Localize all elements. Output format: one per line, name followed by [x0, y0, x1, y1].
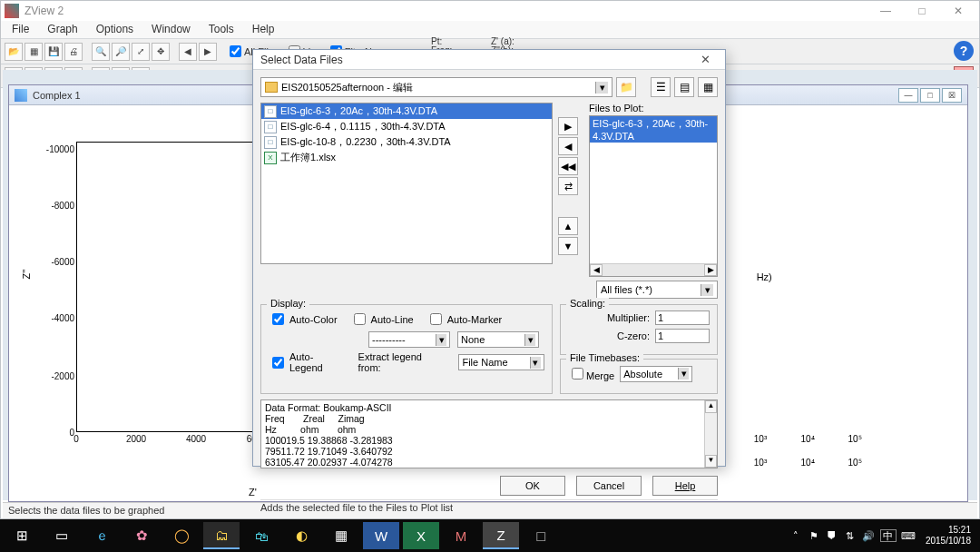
list-item[interactable]: X工作簿1.xlsx: [261, 150, 552, 165]
zoom-out-icon[interactable]: 🔎: [112, 43, 130, 61]
folder-icon: [265, 82, 278, 93]
view-detail-button[interactable]: ▤: [674, 77, 694, 97]
excel-icon[interactable]: X: [403, 522, 439, 549]
extract-legend-combo[interactable]: File Name▾: [458, 354, 544, 370]
tray-shield-icon[interactable]: ⛊: [826, 529, 838, 542]
explorer-icon[interactable]: 🗂: [203, 522, 240, 549]
view-grid-button[interactable]: ▦: [698, 77, 718, 97]
remove-all-button[interactable]: ◀◀: [558, 157, 578, 175]
ytick: -4000: [51, 313, 74, 323]
ytick: -2000: [51, 371, 74, 381]
zoom-fit-icon[interactable]: ⤢: [132, 43, 150, 61]
path-combo[interactable]: EIS20150525afternoon - 编辑 ▾: [260, 77, 612, 97]
extract-legend-label: Extract legend from:: [358, 351, 446, 373]
zview-task-icon[interactable]: Z: [483, 522, 519, 549]
tray-up-icon[interactable]: ˄: [789, 529, 802, 542]
swap-button[interactable]: ⇄: [558, 177, 578, 195]
h-scrollbar[interactable]: ◀▶: [590, 263, 717, 276]
menubar: File Graph Options Window Tools Help: [1, 21, 979, 39]
display-group: Display: Auto-Color Auto-Line Auto-Marke…: [260, 304, 553, 394]
print-icon[interactable]: 🖨: [64, 43, 83, 61]
dialog-status: Adds the selected file to the Files to P…: [260, 499, 718, 513]
menu-file[interactable]: File: [3, 21, 38, 38]
dialog-close-button[interactable]: ✕: [692, 53, 718, 66]
hz-label: Hz): [757, 271, 772, 282]
file-filter-combo[interactable]: All files (*.*) ▾: [596, 281, 718, 299]
arrow-right-icon[interactable]: ▶: [199, 43, 217, 61]
help-button[interactable]: Help: [652, 476, 718, 496]
open-icon[interactable]: 📂: [5, 43, 23, 61]
chevron-down-icon[interactable]: ▾: [595, 82, 608, 94]
close-button[interactable]: ✕: [941, 2, 975, 20]
maximize-button[interactable]: □: [905, 2, 939, 20]
grid-icon[interactable]: ▦: [24, 43, 43, 61]
tray-flag-icon[interactable]: ⚑: [808, 529, 820, 542]
app-title: ZView 2: [24, 5, 64, 17]
app-icon-2[interactable]: ◯: [163, 522, 200, 549]
xtick2b: 10⁴: [800, 458, 814, 468]
files-to-plot-list[interactable]: EIS-glc-6-3，20Ac，30th-4.3V.DTA ◀▶: [589, 115, 718, 277]
cursor-icon[interactable]: ✥: [152, 43, 170, 61]
save-icon[interactable]: 💾: [44, 43, 63, 61]
tray-clock[interactable]: 15:21 2015/10/18: [920, 525, 976, 547]
ie-icon[interactable]: ｅ: [83, 522, 120, 549]
up-folder-button[interactable]: 📁: [616, 77, 636, 97]
source-file-list[interactable]: □EIS-glc-6-3，20Ac，30th-4.3V.DTA□EIS-glc-…: [260, 103, 553, 264]
auto-line-checkbox[interactable]: Auto-Line: [350, 310, 414, 328]
menu-window[interactable]: Window: [142, 21, 200, 38]
menu-help[interactable]: Help: [243, 21, 284, 38]
store-icon[interactable]: 🛍: [243, 522, 279, 549]
multiplier-input[interactable]: [655, 310, 710, 325]
taskview-icon[interactable]: ▭: [44, 522, 80, 549]
marker-style-combo[interactable]: None▾: [457, 331, 539, 348]
ok-button[interactable]: OK: [500, 476, 565, 496]
tray-lang-icon[interactable]: 中: [880, 529, 897, 542]
tray-network-icon[interactable]: ⇅: [844, 529, 857, 542]
add-file-button[interactable]: ▶: [558, 117, 578, 135]
move-down-button[interactable]: ▼: [558, 237, 578, 255]
xtick2b: 10³: [754, 458, 767, 468]
v-scrollbar[interactable]: ▲▼: [704, 400, 717, 468]
menu-options[interactable]: Options: [87, 21, 142, 38]
timebase-combo[interactable]: Absolute▾: [620, 366, 692, 382]
auto-legend-checkbox[interactable]: Auto-Legend: [269, 351, 346, 373]
list-item[interactable]: EIS-glc-6-3，20Ac，30th-4.3V.DTA: [590, 116, 717, 143]
ytick: -6000: [51, 257, 74, 267]
menu-graph[interactable]: Graph: [38, 21, 86, 38]
child-max-button[interactable]: □: [920, 88, 940, 103]
tray-sound-icon[interactable]: 🔊: [862, 529, 875, 542]
menu-tools[interactable]: Tools: [200, 21, 243, 38]
app-icon-1[interactable]: ✿: [123, 522, 160, 549]
app-icon-5[interactable]: ◻: [523, 522, 559, 549]
remove-file-button[interactable]: ◀: [558, 137, 578, 155]
help-icon[interactable]: ?: [954, 41, 974, 61]
app-icon: [5, 4, 19, 18]
app-icon-3[interactable]: ◐: [283, 522, 319, 549]
start-button[interactable]: ⊞: [4, 522, 40, 549]
calc-icon[interactable]: ▦: [323, 522, 359, 549]
view-list-button[interactable]: ☰: [651, 77, 671, 97]
zoom-in-icon[interactable]: 🔍: [92, 43, 110, 61]
cancel-button[interactable]: Cancel: [576, 476, 642, 496]
czero-input[interactable]: [655, 329, 710, 343]
child-close-button[interactable]: ☒: [942, 88, 962, 103]
merge-checkbox[interactable]: Merge: [568, 365, 614, 382]
move-up-button[interactable]: ▲: [558, 217, 578, 235]
list-item[interactable]: □EIS-glc-10-8，0.2230，30th-4.3V.DTA: [261, 134, 552, 150]
scaling-group: Scaling: Multiplier: C-zero:: [560, 304, 718, 355]
list-item[interactable]: □EIS-glc-6-4，0.1115，30th-4.3V.DTA: [261, 119, 552, 134]
list-item[interactable]: □EIS-glc-6-3，20Ac，30th-4.3V.DTA: [261, 104, 552, 119]
line-style-combo[interactable]: ----------▾: [368, 331, 450, 348]
taskbar: ⊞ ▭ ｅ ✿ ◯ 🗂 🛍 ◐ ▦ W X M Z ◻ ˄ ⚑ ⛊ ⇅ 🔊 中 …: [0, 519, 980, 552]
xtick: 2000: [126, 434, 146, 444]
auto-marker-checkbox[interactable]: Auto-Marker: [426, 310, 503, 328]
minimize-button[interactable]: —: [868, 2, 903, 20]
word-icon[interactable]: W: [363, 522, 399, 549]
auto-color-checkbox[interactable]: Auto-Color: [269, 310, 338, 328]
tray-keyboard-icon[interactable]: ⌨: [902, 529, 915, 542]
arrow-left-icon[interactable]: ◀: [179, 43, 197, 61]
app-icon-4[interactable]: M: [443, 522, 479, 549]
child-min-button[interactable]: —: [898, 88, 918, 103]
main-titlebar: ZView 2 — □ ✕: [1, 1, 979, 21]
timebase-group: File Timebases: Merge Absolute▾: [560, 359, 718, 394]
